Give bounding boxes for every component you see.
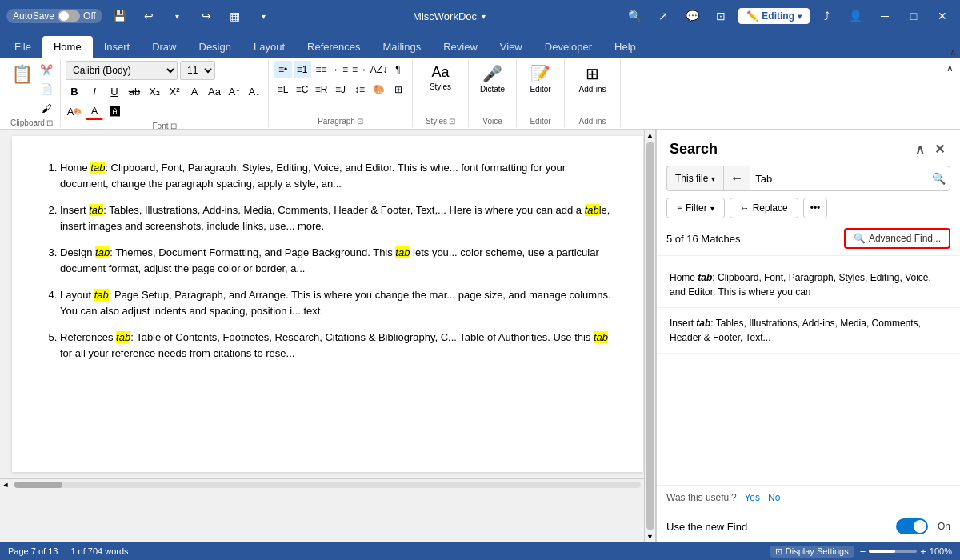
line-spacing-button[interactable]: ↕≡ — [351, 81, 369, 98]
scroll-left-arrow[interactable]: ◄ — [0, 479, 11, 490]
feedback-yes-link[interactable]: Yes — [744, 492, 760, 503]
shading-para-button[interactable]: 🎨 — [370, 81, 388, 98]
share-action-icon[interactable]: ⤴ — [816, 5, 838, 27]
scroll-h-track[interactable] — [14, 482, 641, 488]
restore-window-icon[interactable]: ⊡ — [710, 5, 732, 27]
font-family-select[interactable]: Calibri (Body) — [66, 61, 178, 80]
feedback-no-link[interactable]: No — [768, 492, 780, 503]
search-collapse-button[interactable]: ∧ — [913, 139, 927, 159]
font-size-select[interactable]: 11 — [180, 61, 215, 80]
search-close-button[interactable]: ✕ — [932, 139, 947, 159]
search-header-actions: ∧ ✕ — [913, 139, 947, 159]
undo-icon[interactable]: ↩ — [138, 5, 160, 27]
redo-icon[interactable]: ↪ — [195, 5, 218, 27]
text-case-button[interactable]: Aa — [206, 82, 223, 100]
subscript-button[interactable]: X₂ — [146, 82, 163, 100]
styles-expand-icon[interactable]: ⊡ — [449, 117, 455, 126]
underline-button[interactable]: U — [106, 82, 123, 100]
numbered-list-button[interactable]: ≡1 — [294, 61, 311, 78]
increase-indent-button[interactable]: ≡→ — [351, 61, 369, 78]
zoom-minus-button[interactable]: − — [860, 546, 866, 558]
autosave-toggle-switch[interactable] — [58, 10, 80, 22]
tab-design[interactable]: Design — [188, 36, 242, 58]
tab-help[interactable]: Help — [603, 36, 647, 58]
format-painter-button[interactable]: 🖌 — [38, 99, 55, 117]
filter-button[interactable]: ≡ Filter ▾ — [666, 198, 725, 218]
font-size-grow-button[interactable]: A↑ — [226, 82, 243, 100]
tab-home[interactable]: Home — [42, 36, 93, 58]
more-options-button[interactable]: ••• — [803, 198, 828, 218]
tab-developer[interactable]: Developer — [534, 36, 603, 58]
paste-button[interactable]: 📋 — [8, 61, 36, 117]
align-right-button[interactable]: ≡R — [313, 81, 330, 98]
save-icon[interactable]: 💾 — [109, 5, 131, 27]
editor-button[interactable]: 📝 Editor — [526, 61, 554, 97]
para-expand-icon[interactable]: ⊡ — [357, 117, 363, 126]
replace-button[interactable]: ↔ Replace — [730, 198, 798, 218]
copy-button[interactable]: 📄 — [38, 80, 55, 98]
ribbon-collapse-icon[interactable]: ∧ — [950, 46, 957, 58]
addins-group: ⊞ Add-ins Add-ins — [565, 59, 621, 127]
minimize-icon[interactable]: ─ — [874, 5, 896, 27]
bullet-list-button[interactable]: ≡• — [274, 61, 292, 78]
tab-layout[interactable]: Layout — [242, 36, 296, 58]
zoom-plus-button[interactable]: + — [920, 546, 926, 558]
zoom-bar[interactable] — [869, 550, 917, 553]
search-result-item[interactable]: Insert tab: Tables, Illustrations, Add-i… — [657, 308, 960, 354]
cut-button[interactable]: ✂️ — [38, 61, 55, 78]
view-options-icon[interactable]: ▦ — [224, 5, 246, 27]
new-find-toggle[interactable] — [896, 518, 928, 534]
close-icon[interactable]: ✕ — [931, 5, 954, 27]
scroll-thumb[interactable] — [646, 142, 654, 530]
bold-button[interactable]: B — [66, 82, 83, 100]
addins-button[interactable]: ⊞ Add-ins — [576, 61, 610, 97]
advanced-find-button[interactable]: 🔍 Advanced Find... — [844, 228, 950, 249]
tab-mailings[interactable]: Mailings — [372, 36, 433, 58]
sort-button[interactable]: AZ↓ — [370, 61, 388, 78]
autosave-toggle[interactable]: AutoSave Off — [6, 9, 102, 23]
comments-icon[interactable]: 💬 — [681, 5, 703, 27]
display-settings-button[interactable]: ⊡ Display Settings — [770, 546, 854, 558]
customize-icon[interactable]: ▾ — [253, 5, 275, 27]
justify-button[interactable]: ≡J — [332, 81, 350, 98]
search-back-button[interactable]: ← — [723, 166, 750, 191]
scroll-up-arrow[interactable]: ▲ — [645, 130, 656, 141]
align-left-button[interactable]: ≡L — [274, 81, 292, 98]
search-go-button[interactable]: 🔍 — [927, 167, 950, 190]
tab-review[interactable]: Review — [432, 36, 489, 58]
align-center-button[interactable]: ≡C — [294, 81, 311, 98]
shading-button[interactable]: 🅰 — [106, 102, 123, 120]
account-icon[interactable]: 👤 — [845, 5, 867, 27]
collapse-ribbon-button[interactable]: ∧ — [946, 62, 954, 74]
editing-button[interactable]: ✏️ Editing ▾ — [738, 8, 810, 24]
tab-view[interactable]: View — [489, 36, 534, 58]
scroll-h-thumb[interactable] — [14, 482, 62, 488]
borders-button[interactable]: ⊞ — [390, 81, 407, 98]
multilevel-list-button[interactable]: ≡≡ — [313, 61, 330, 78]
superscript-button[interactable]: X² — [166, 82, 183, 100]
dropdown-arrow-icon[interactable]: ▾ — [482, 12, 486, 21]
tab-draw[interactable]: Draw — [141, 36, 187, 58]
font-size-shrink-button[interactable]: A↓ — [246, 82, 263, 100]
styles-button[interactable]: Aa Styles — [426, 61, 454, 94]
tab-file[interactable]: File — [3, 36, 42, 58]
scroll-down-arrow[interactable]: ▼ — [645, 531, 656, 542]
clear-format-button[interactable]: A — [186, 82, 203, 100]
search-input[interactable] — [750, 173, 927, 185]
dictate-button[interactable]: 🎤 Dictate — [477, 61, 508, 97]
maximize-icon[interactable]: □ — [902, 5, 925, 27]
tab-references[interactable]: References — [296, 36, 371, 58]
show-formatting-button[interactable]: ¶ — [390, 61, 407, 78]
strikethrough-button[interactable]: ab — [126, 82, 143, 100]
search-scope-button[interactable]: This file ▾ — [666, 166, 723, 191]
decrease-indent-button[interactable]: ←≡ — [332, 61, 350, 78]
text-highlight-button[interactable]: A🎨 — [66, 102, 83, 120]
text-color-button[interactable]: A — [86, 102, 103, 120]
search-ribbon-icon[interactable]: 🔍 — [623, 5, 646, 27]
clipboard-expand-icon[interactable]: ⊡ — [46, 118, 53, 127]
tab-insert[interactable]: Insert — [93, 36, 142, 58]
undo-dropdown-icon[interactable]: ▾ — [166, 5, 189, 27]
search-result-item[interactable]: Home tab: Clipboard, Font, Paragraph, St… — [657, 262, 960, 308]
share-icon[interactable]: ↗ — [652, 5, 674, 27]
italic-button[interactable]: I — [86, 82, 103, 100]
